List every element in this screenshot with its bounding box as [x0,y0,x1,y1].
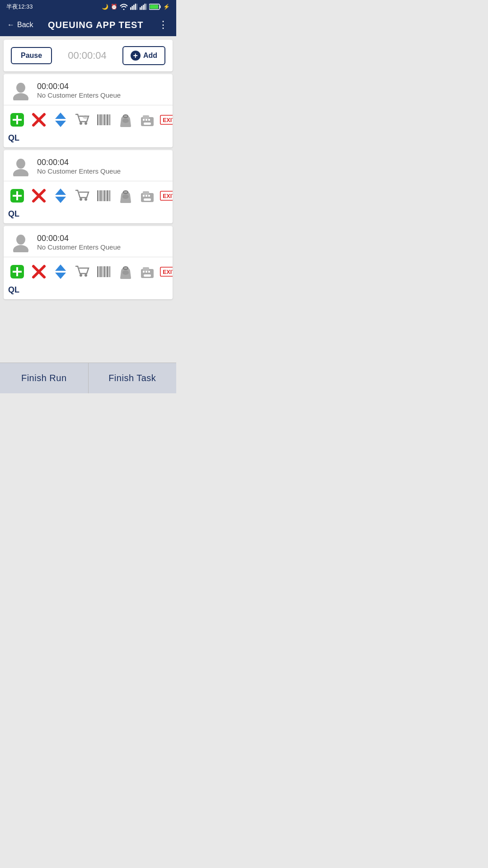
svg-point-13 [16,83,25,93]
finish-task-button[interactable]: Finish Task [89,363,177,393]
app-header: ← Back QUEUING APP TEST ⋮ [0,14,176,36]
svg-point-44 [16,159,25,169]
svg-rect-95 [143,267,149,271]
cashregister-button-2[interactable] [138,187,156,205]
queue-actions-3: EXIT [4,257,173,284]
svg-rect-5 [140,7,141,10]
svg-point-82 [80,274,82,277]
avatar-icon-2 [11,156,31,176]
svg-marker-21 [55,121,66,127]
svg-rect-37 [143,115,149,119]
cashregister-button-1[interactable] [138,111,156,129]
svg-rect-9 [146,4,147,10]
svg-rect-89 [106,266,107,277]
queue-info-3: 00:00:04 No Customer Enters Queue [4,226,173,257]
queue-list: 00:00:04 No Customer Enters Queue [0,74,176,363]
signal2-icon [140,4,147,10]
signal-icon [130,4,137,10]
svg-point-14 [13,93,28,100]
barcode-button-2[interactable] [95,187,113,205]
status-bar: 半夜12:33 🌙 ⏰ [0,0,176,14]
queue-time-2: 00:00:04 [37,158,121,167]
bag-button-2[interactable] [117,187,135,205]
page-title: QUEUING APP TEST [48,20,144,30]
svg-rect-29 [104,114,105,125]
add-label: Add [143,52,157,60]
svg-marker-80 [55,264,66,271]
back-button[interactable]: ← Back [7,21,33,29]
bag-button-3[interactable] [117,263,135,281]
svg-rect-67 [144,198,151,201]
svg-rect-4 [136,4,137,10]
add-button[interactable]: + Add [122,46,165,65]
svg-rect-61 [107,190,108,201]
svg-point-64 [122,194,129,199]
status-icons: 🌙 ⏰ [102,4,170,10]
ql-label-2: QL [4,208,173,223]
barcode-button-3[interactable] [95,263,113,281]
svg-text:EXIT: EXIT [163,269,173,275]
svg-marker-81 [55,273,66,279]
svg-marker-20 [55,113,66,119]
svg-rect-84 [97,266,99,277]
reorder-button-1[interactable] [52,111,70,129]
svg-rect-39 [143,119,145,121]
svg-rect-25 [97,114,99,125]
svg-rect-58 [103,190,103,201]
svg-rect-40 [145,119,147,121]
pause-button[interactable]: Pause [11,47,52,64]
ql-label-3: QL [4,284,173,299]
finish-run-button[interactable]: Finish Run [0,363,89,393]
svg-point-23 [84,122,87,125]
exit-button-2[interactable]: EXIT [160,187,173,205]
svg-rect-96 [144,274,151,277]
svg-text:EXIT: EXIT [163,193,173,199]
reorder-button-2[interactable] [52,187,70,205]
svg-rect-85 [99,266,100,277]
cart-button-1[interactable] [73,111,91,129]
remove-customer-button-1[interactable] [30,111,48,129]
bag-button-1[interactable] [117,111,135,129]
svg-point-54 [84,198,87,201]
exit-button-3[interactable]: EXIT [160,263,173,281]
svg-rect-55 [97,190,99,201]
svg-rect-90 [107,266,108,277]
timer-bar: Pause 00:00:04 + Add [4,40,173,71]
alarm-icon: ⏰ [111,4,117,10]
svg-rect-11 [160,5,161,8]
status-time: 半夜12:33 [6,3,33,11]
remove-customer-button-2[interactable] [30,187,48,205]
remove-customer-button-3[interactable] [30,263,48,281]
svg-point-73 [16,235,25,245]
cashregister-button-3[interactable] [138,263,156,281]
add-customer-button-1[interactable] [8,111,26,129]
svg-rect-97 [143,271,145,273]
add-customer-button-2[interactable] [8,187,26,205]
barcode-button-1[interactable] [95,111,113,129]
queue-actions-1: EXIT [4,105,173,132]
svg-point-24 [83,115,88,119]
svg-rect-66 [143,191,149,195]
more-options-button[interactable]: ⋮ [158,19,169,31]
svg-rect-8 [145,4,146,10]
svg-rect-33 [97,126,111,127]
svg-rect-2 [133,5,135,10]
queue-status-1: No Customer Enters Queue [37,91,121,99]
add-circle-icon: + [131,51,141,61]
cart-button-2[interactable] [73,187,91,205]
svg-rect-57 [100,190,102,201]
svg-rect-68 [143,195,145,197]
reorder-button-3[interactable] [52,263,70,281]
svg-rect-7 [143,5,144,10]
exit-button-1[interactable]: EXIT [160,111,173,129]
svg-rect-32 [109,114,110,125]
svg-rect-98 [145,271,147,273]
svg-rect-62 [109,190,110,201]
add-customer-button-3[interactable] [8,263,26,281]
moon-icon: 🌙 [102,4,108,10]
svg-rect-60 [106,190,107,201]
lightning-icon: ⚡ [163,4,170,10]
svg-rect-30 [106,114,107,125]
cart-button-3[interactable] [73,263,91,281]
svg-rect-12 [150,5,159,9]
